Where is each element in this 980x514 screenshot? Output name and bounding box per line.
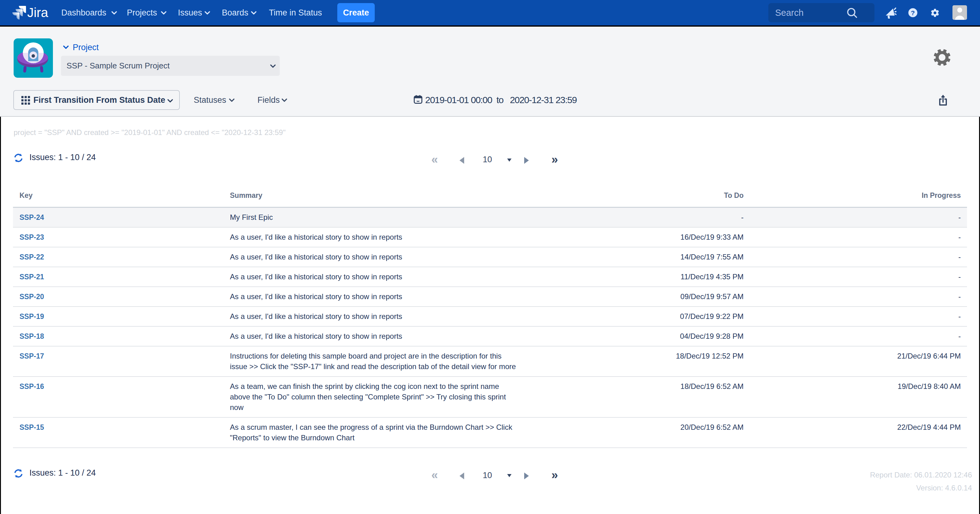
svg-text:?: ? xyxy=(911,9,915,16)
